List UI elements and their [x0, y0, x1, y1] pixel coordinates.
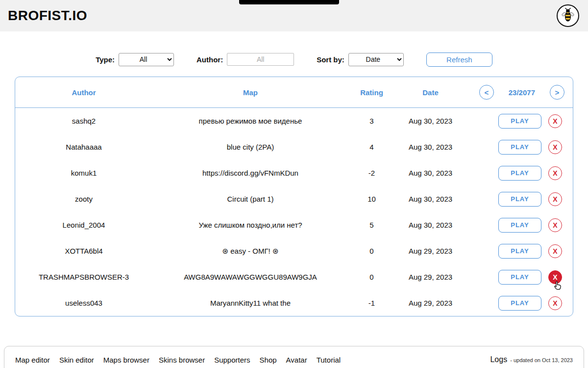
row-author: zooty [15, 195, 152, 203]
row-map: ⊛ easy - ОМГ! ⊛ [152, 247, 348, 256]
row-map: превью режимов мое виденье [152, 117, 348, 125]
row-rating: 0 [348, 273, 395, 281]
sort-select[interactable]: Date [348, 53, 404, 66]
play-button[interactable]: PLAY [498, 296, 541, 311]
row-author: Natahaaaa [15, 143, 152, 151]
delete-button[interactable]: X [548, 244, 562, 258]
footer-link-maps-browser[interactable]: Maps browser [103, 356, 149, 364]
author-label: Author: [196, 55, 223, 64]
play-button[interactable]: PLAY [498, 270, 541, 285]
row-rating: 4 [348, 143, 395, 151]
type-label: Type: [96, 55, 115, 64]
row-author: komuk1 [15, 169, 152, 177]
delete-button[interactable]: X [548, 218, 562, 232]
footer-link-logs[interactable]: Logs [490, 355, 507, 364]
table-row: sashq2 превью режимов мое виденье 3 Aug … [15, 108, 573, 134]
row-author: XOTTA6bl4 [15, 247, 152, 255]
delete-button[interactable]: X [548, 192, 562, 206]
row-author: TRASHMAPSBROWSER-3 [15, 273, 152, 281]
row-rating: -1 [348, 299, 395, 307]
delete-button-hovered[interactable]: X [548, 270, 562, 284]
table-header: Author Map Rating Date < 23/2077 > [15, 77, 573, 108]
footer-link-skins-browser[interactable]: Skins browser [159, 356, 205, 364]
column-header-author: Author [15, 88, 152, 97]
footer-link-tutorial[interactable]: Tutorial [317, 356, 341, 364]
header: BROFIST.IO [0, 0, 588, 31]
play-button[interactable]: PLAY [498, 166, 541, 181]
table-row: Leonid_2004 Уже слишком поздно,или нет? … [15, 212, 573, 238]
next-page-button[interactable]: > [550, 85, 564, 100]
row-date: Aug 30, 2023 [395, 117, 466, 125]
footer-link-map-editor[interactable]: Map editor [15, 356, 50, 364]
table-row: komuk1 https://discord.gg/vFNmKDun -2 Au… [15, 160, 573, 186]
row-date: Aug 29, 2023 [395, 247, 466, 255]
play-button[interactable]: PLAY [498, 244, 541, 259]
table-row: XOTTA6bl4 ⊛ easy - ОМГ! ⊛ 0 Aug 29, 2023… [15, 238, 573, 264]
footer-link-avatar[interactable]: Avatar [286, 356, 307, 364]
row-date: Aug 30, 2023 [395, 221, 466, 229]
row-map: AWG8A9WAWAWGGWGGU89AW9GJA [152, 273, 348, 281]
row-rating: 10 [348, 195, 395, 203]
table-row: Natahaaaa blue city (2PA) 4 Aug 30, 2023… [15, 134, 573, 160]
row-date: Aug 30, 2023 [395, 169, 466, 177]
refresh-button[interactable]: Refresh [426, 53, 492, 67]
table-row: useless043 MaryannKitty11 what the -1 Au… [15, 290, 573, 316]
footer-link-skin-editor[interactable]: Skin editor [59, 356, 94, 364]
bee-icon [562, 7, 574, 24]
play-button[interactable]: PLAY [498, 218, 541, 233]
row-author: useless043 [15, 299, 152, 307]
play-button[interactable]: PLAY [498, 192, 541, 207]
table-row: TRASHMAPSBROWSER-3 AWG8A9WAWAWGGWGGU89AW… [15, 264, 573, 290]
row-author: sashq2 [15, 117, 152, 125]
footer-link-supporters[interactable]: Supporters [214, 356, 250, 364]
bee-avatar-button[interactable] [557, 4, 579, 27]
delete-button[interactable]: X [548, 166, 562, 180]
row-date: Aug 30, 2023 [395, 143, 466, 151]
delete-button[interactable]: X [548, 296, 562, 310]
row-rating: -2 [348, 169, 395, 177]
row-map: https://discord.gg/vFNmKDun [152, 169, 348, 177]
row-rating: 3 [348, 117, 395, 125]
play-button[interactable]: PLAY [498, 114, 541, 129]
type-select[interactable]: All [119, 53, 174, 66]
play-button[interactable]: PLAY [498, 140, 541, 155]
row-author: Leonid_2004 [15, 221, 152, 229]
pagination: < 23/2077 > [466, 85, 573, 100]
row-date: Aug 29, 2023 [395, 299, 466, 307]
row-map: blue city (2PA) [152, 143, 348, 151]
row-map: MaryannKitty11 what the [152, 299, 348, 307]
column-header-rating: Rating [348, 88, 395, 97]
row-date: Aug 30, 2023 [395, 195, 466, 203]
site-logo: BROFIST.IO [0, 8, 87, 24]
footer-link-shop[interactable]: Shop [260, 356, 277, 364]
sort-label: Sort by: [317, 55, 344, 64]
row-rating: 5 [348, 221, 395, 229]
column-header-map: Map [152, 88, 348, 97]
delete-button[interactable]: X [548, 140, 562, 154]
maps-table: Author Map Rating Date < 23/2077 > sashq… [15, 77, 573, 316]
delete-button[interactable]: X [548, 114, 562, 128]
table-row: zooty Circuit (part 1) 10 Aug 30, 2023 P… [15, 186, 573, 212]
row-map: Circuit (part 1) [152, 195, 348, 203]
row-date: Aug 29, 2023 [395, 273, 466, 281]
screen-notch [239, 0, 339, 4]
filter-bar: Type: All Author: Sort by: Date Refresh [0, 52, 588, 67]
row-rating: 0 [348, 247, 395, 255]
page-indicator: 23/2077 [509, 88, 535, 97]
logs-updated-text: - updated on Oct 13, 2023 [510, 357, 573, 363]
prev-page-button[interactable]: < [479, 85, 494, 100]
footer-bar: Map editor Skin editor Maps browser Skin… [4, 346, 584, 368]
footer-links: Map editor Skin editor Maps browser Skin… [15, 356, 341, 364]
author-input[interactable] [227, 53, 294, 66]
column-header-date: Date [395, 88, 466, 97]
row-map: Уже слишком поздно,или нет? [152, 221, 348, 229]
